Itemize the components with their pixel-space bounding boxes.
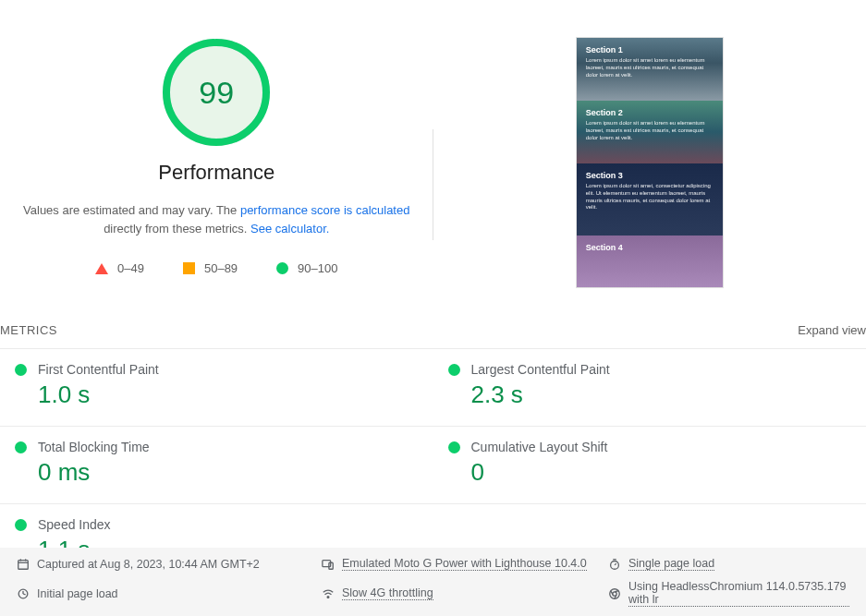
runtime-settings: Captured at Aug 8, 2023, 10:44 AM GMT+2 … <box>0 548 866 616</box>
devices-icon <box>322 558 335 571</box>
metric-tbt[interactable]: Total Blocking Time 0 ms <box>0 427 433 504</box>
footer-browser: Using HeadlessChromium 114.0.5735.179 wi… <box>608 580 849 607</box>
status-dot-icon <box>15 519 27 531</box>
status-dot-icon <box>448 364 460 376</box>
footer-captured: Captured at Aug 8, 2023, 10:44 AM GMT+2 <box>17 557 312 571</box>
performance-summary: 99 Performance Values are estimated and … <box>0 37 433 288</box>
score-calc-link[interactable]: performance score is calculated <box>240 203 410 217</box>
page-screenshot: Section 1Lorem ipsum dolor sit amet lore… <box>576 37 724 288</box>
metric-lcp[interactable]: Largest Contentful Paint 2.3 s <box>433 349 867 427</box>
description: Values are estimated and may vary. The p… <box>0 201 433 237</box>
timer-icon <box>608 558 621 571</box>
status-dot-icon <box>15 364 27 376</box>
status-dot-icon <box>448 441 460 453</box>
category-title: Performance <box>0 161 433 185</box>
chrome-icon <box>608 587 621 600</box>
metric-cls[interactable]: Cumulative Layout Shift 0 <box>433 427 867 504</box>
footer-pageload: Single page load <box>608 557 849 571</box>
calendar-icon <box>17 558 30 571</box>
wifi-icon <box>322 587 335 600</box>
footer-throttling: Slow 4G throttling <box>322 580 599 607</box>
svg-point-15 <box>327 596 329 598</box>
legend-average: 50–89 <box>183 261 238 275</box>
svg-line-18 <box>615 590 618 591</box>
footer-device: Emulated Moto G Power with Lighthouse 10… <box>322 557 599 571</box>
calculator-link[interactable]: See calculator. <box>250 222 329 236</box>
refresh-icon <box>17 587 30 600</box>
score-value: 99 <box>161 37 272 148</box>
legend-pass: 90–100 <box>276 261 337 275</box>
expand-view-toggle[interactable]: Expand view <box>798 323 866 337</box>
status-dot-icon <box>15 441 27 453</box>
footer-initial: Initial page load <box>17 580 312 607</box>
score-gauge: 99 <box>161 37 272 148</box>
square-icon <box>183 262 195 274</box>
circle-icon <box>276 262 288 274</box>
metric-fcp[interactable]: First Contentful Paint 1.0 s <box>0 349 433 427</box>
svg-rect-3 <box>18 560 29 569</box>
score-legend: 0–49 50–89 90–100 <box>0 261 433 275</box>
metrics-heading: METRICS <box>0 323 57 337</box>
svg-line-10 <box>615 563 616 565</box>
legend-fail: 0–49 <box>95 261 144 275</box>
svg-line-14 <box>23 594 26 595</box>
triangle-icon <box>95 263 108 274</box>
